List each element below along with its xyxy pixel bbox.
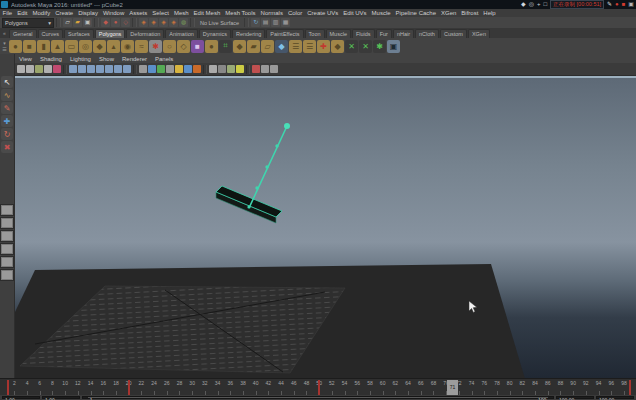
range-handle[interactable]: 1 100 [88, 397, 549, 398]
new-scene-icon[interactable]: ▱ [63, 18, 72, 27]
poly-pyramid-icon[interactable]: ▴ [107, 40, 120, 53]
playback-start-field[interactable]: 1.00 [42, 396, 80, 399]
lasso-tool-icon[interactable]: ∿ [1, 89, 13, 101]
panel-menu-show[interactable]: Show [95, 56, 118, 62]
menu-select[interactable]: Select [150, 9, 172, 17]
menu-display[interactable]: Display [76, 9, 101, 17]
menu-assets[interactable]: Assets [127, 9, 150, 17]
range-bar[interactable]: 1 100 [82, 396, 554, 399]
snap-plane-icon[interactable]: ◈ [169, 18, 178, 27]
select-camera-icon[interactable] [17, 65, 25, 73]
separate-icon[interactable]: ▱ [261, 40, 274, 53]
reduce-icon[interactable]: ☰ [303, 40, 316, 53]
menu-edit-uvs[interactable]: Edit UVs [341, 9, 369, 17]
perspective-viewport[interactable] [15, 76, 636, 378]
title-bar[interactable]: Autodesk Maya 2016: untitled* --- pCube2… [0, 0, 636, 9]
safe-title-icon[interactable] [193, 65, 201, 73]
poly-helix-icon[interactable]: ≈ [135, 40, 148, 53]
hypershade-pane-layout[interactable] [0, 269, 14, 281]
active-tool-icon[interactable]: ▣ [387, 40, 400, 53]
booleans-icon[interactable]: ◆ [275, 40, 288, 53]
mirror-geometry-icon[interactable]: ◆ [233, 40, 246, 53]
three-pane-layout[interactable] [0, 243, 14, 255]
image-plane-icon[interactable] [35, 65, 43, 73]
poly-cylinder-icon[interactable]: ▮ [37, 40, 50, 53]
camera-bookmark-icon[interactable] [26, 65, 34, 73]
four-pane-layout[interactable] [0, 230, 14, 242]
menu-muscle[interactable]: Muscle [369, 9, 393, 17]
shelf-tab-rendering[interactable]: Rendering [232, 29, 265, 38]
save-scene-icon[interactable]: ▣ [83, 18, 92, 27]
shelf-tab-polygons[interactable]: Polygons [95, 29, 126, 38]
shelf-tab-muscle[interactable]: Muscle [326, 29, 351, 38]
field-chart-icon[interactable] [175, 65, 183, 73]
stop-record-icon[interactable]: ■ [622, 0, 626, 9]
menu-edit-mesh[interactable]: Edit Mesh [191, 9, 223, 17]
paint-select-tool-icon[interactable]: ✎ [1, 102, 13, 114]
shelf-tab-ncloth[interactable]: nCloth [415, 29, 439, 38]
pencil-icon[interactable]: ✎ [607, 0, 612, 9]
shelf-tab-dynamics[interactable]: Dynamics [199, 29, 231, 38]
super-ellipse-icon[interactable]: ■ [191, 40, 204, 53]
smooth-icon[interactable]: ☰ [289, 40, 302, 53]
anim-start-field[interactable]: 1.00 [2, 396, 40, 399]
panel-menu-shading[interactable]: Shading [36, 56, 66, 62]
film-gate-icon[interactable] [148, 65, 156, 73]
sculpt-tool-icon[interactable]: ✱ [149, 40, 162, 53]
shelf-tab-curves[interactable]: Curves [38, 29, 63, 38]
menu-normals[interactable]: Normals [258, 9, 285, 17]
time-slider[interactable]: 2468101214161820222426283032343638404244… [0, 378, 636, 396]
shelf-tab-custom[interactable]: Custom [440, 29, 467, 38]
ipr-render-icon[interactable]: ▥ [271, 18, 280, 27]
poly-cube-icon[interactable]: ■ [23, 40, 36, 53]
four-view-icon[interactable] [78, 65, 86, 73]
selected-object[interactable] [216, 186, 282, 223]
shelf-tab-animation[interactable]: Animation [165, 29, 197, 38]
zoom-icon[interactable]: ◎ [529, 0, 534, 9]
anim-end-field[interactable]: 100.00 [596, 396, 634, 399]
move-tool-icon[interactable]: ✚ [1, 115, 13, 127]
poly-prism-icon[interactable]: ◆ [93, 40, 106, 53]
share-icon[interactable]: ◆ [521, 0, 526, 9]
two-pane-layout[interactable] [0, 217, 14, 229]
shelf-tab-arrows-icon[interactable]: « [0, 29, 9, 38]
quad-draw-icon[interactable]: ◆ [331, 40, 344, 53]
menu-create-uvs[interactable]: Create UVs [305, 9, 341, 17]
menu-color[interactable]: Color [285, 9, 304, 17]
shelf-tab-nhair[interactable]: nHair [393, 29, 414, 38]
select-hierarchy-icon[interactable]: ◆ [101, 18, 110, 27]
select-component-icon[interactable]: ◇ [121, 18, 130, 27]
current-frame-indicator[interactable]: 71 [447, 380, 458, 395]
panel-menu-lighting[interactable]: Lighting [66, 56, 95, 62]
lights-mode-icon[interactable] [236, 65, 244, 73]
shelf-tab-toon[interactable]: Toon [305, 29, 325, 38]
snap-grid-icon[interactable]: ◈ [139, 18, 148, 27]
menu-edit[interactable]: Edit [15, 9, 30, 17]
outliner-view-icon[interactable] [96, 65, 104, 73]
target-weld-icon[interactable]: ✕ [359, 40, 372, 53]
gate-mask-icon[interactable] [166, 65, 174, 73]
isolate-select-icon[interactable] [261, 65, 269, 73]
multi-cut-icon[interactable]: ✕ [345, 40, 358, 53]
target-icon[interactable]: + [537, 0, 541, 9]
xray-icon[interactable] [252, 65, 260, 73]
outliner-pane-layout[interactable] [0, 256, 14, 268]
2d-pan-zoom-icon[interactable] [44, 65, 52, 73]
menu-pipeline-cache[interactable]: Pipeline Cache [393, 9, 438, 17]
menu-create[interactable]: Create [53, 9, 76, 17]
rotate-tool-icon[interactable]: ↻ [1, 128, 13, 140]
open-scene-icon[interactable]: ▰ [73, 18, 82, 27]
persp-outliner-icon[interactable] [87, 65, 95, 73]
shelf-menu-icon[interactable]: ▾☰ [0, 40, 9, 52]
menu-window[interactable]: Window [100, 9, 126, 17]
snap-point-icon[interactable]: ◈ [159, 18, 168, 27]
panel-menu-renderer[interactable]: Renderer [118, 56, 151, 62]
combine-icon[interactable]: ▰ [247, 40, 260, 53]
shaded-mode-icon[interactable] [218, 65, 226, 73]
render-settings-icon[interactable]: ▦ [281, 18, 290, 27]
history-icon[interactable]: ↻ [251, 18, 260, 27]
shelf-tab-general[interactable]: General [9, 29, 37, 38]
shelf-tab-fur[interactable]: Fur [376, 29, 392, 38]
snap-curve-icon[interactable]: ◈ [149, 18, 158, 27]
single-pane-layout[interactable] [0, 204, 14, 216]
